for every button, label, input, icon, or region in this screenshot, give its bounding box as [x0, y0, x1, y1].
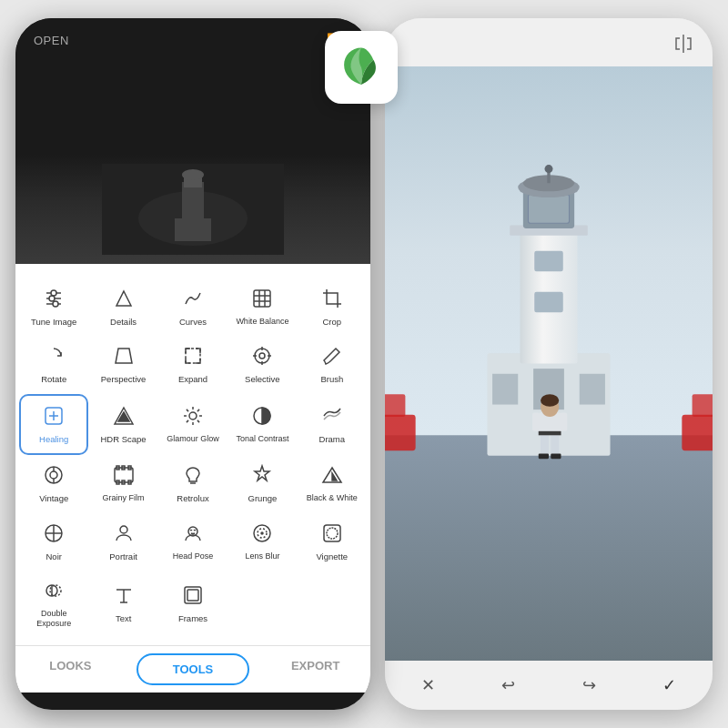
- svg-line-41: [197, 410, 199, 411]
- svg-line-40: [197, 420, 199, 422]
- svg-rect-104: [532, 413, 540, 431]
- tool-white-balance[interactable]: White Balance: [228, 278, 297, 336]
- tool-curves[interactable]: Curves: [158, 278, 228, 336]
- tool-lens-blur[interactable]: Lens Blur: [228, 513, 297, 571]
- portrait-icon: [113, 522, 135, 548]
- phone-top-bar: OPEN 📶 ℹ: [15, 18, 370, 155]
- tool-brush[interactable]: Brush: [298, 336, 367, 393]
- frames-label: Frames: [178, 613, 207, 623]
- svg-rect-78: [385, 435, 713, 661]
- confirm-button[interactable]: ✓: [662, 675, 676, 695]
- compare-icon[interactable]: [672, 33, 694, 59]
- phone-left: OPEN 📶 ℹ: [15, 18, 370, 710]
- vintage-icon: [43, 464, 65, 490]
- svg-rect-81: [682, 415, 713, 450]
- frames-icon: [182, 584, 204, 610]
- svg-rect-99: [551, 433, 559, 456]
- tool-head-pose[interactable]: Head Pose: [158, 513, 228, 571]
- tonal-contrast-label: Tonal Contrast: [236, 434, 288, 444]
- rotate-icon: [43, 345, 65, 370]
- details-icon: [113, 288, 135, 313]
- tools-grid: Tune Image Details: [15, 271, 370, 645]
- expand-icon: [182, 345, 204, 370]
- tool-details[interactable]: Details: [88, 278, 157, 336]
- tool-black-white[interactable]: Black & White: [298, 455, 367, 512]
- snapseed-logo: [337, 43, 386, 92]
- tool-vignette[interactable]: Vignette: [298, 513, 367, 571]
- crop-icon: [321, 288, 343, 313]
- tool-grainy-film[interactable]: Grainy Film: [88, 455, 157, 512]
- tools-panel: Tune Image Details: [15, 264, 370, 693]
- glamour-glow-label: Glamour Glow: [167, 434, 219, 444]
- nav-tools[interactable]: TOOLS: [136, 653, 250, 685]
- open-label[interactable]: OPEN: [34, 34, 69, 47]
- healing-icon: [43, 405, 65, 430]
- perspective-label: Perspective: [101, 374, 147, 384]
- svg-rect-105: [560, 413, 567, 431]
- tool-grunge[interactable]: Grunge: [228, 455, 297, 512]
- svg-line-39: [187, 410, 188, 411]
- curves-icon: [182, 288, 204, 313]
- bottom-nav: LOOKS TOOLS EXPORT: [15, 645, 370, 693]
- tool-double-exposure[interactable]: Double Exposure: [19, 571, 88, 638]
- text-tool-icon: [113, 584, 135, 610]
- tool-healing[interactable]: Healing: [19, 394, 88, 455]
- phone-right: ✕ ↩ ↪ ✓: [385, 18, 713, 710]
- tool-glamour-glow[interactable]: Glamour Glow: [158, 394, 228, 455]
- tool-tonal-contrast[interactable]: Tonal Contrast: [228, 394, 297, 455]
- tool-selective[interactable]: Selective: [228, 336, 297, 393]
- tool-portrait[interactable]: Portrait: [88, 513, 157, 571]
- svg-rect-75: [187, 590, 198, 601]
- tool-vintage[interactable]: Vintage: [19, 455, 88, 512]
- svg-point-11: [49, 296, 55, 301]
- lens-blur-icon: [251, 522, 273, 548]
- undo-button[interactable]: ↩: [501, 675, 515, 695]
- nav-looks[interactable]: LOOKS: [15, 646, 126, 693]
- photo-area: [385, 66, 713, 661]
- svg-point-24: [259, 353, 265, 359]
- svg-rect-16: [254, 290, 270, 307]
- tool-crop[interactable]: Crop: [298, 278, 367, 336]
- retrolux-label: Retrolux: [177, 493, 208, 503]
- tool-rotate[interactable]: Rotate: [19, 336, 88, 393]
- redo-button[interactable]: ↪: [582, 675, 596, 695]
- grainy-film-icon: [113, 464, 135, 490]
- svg-point-102: [541, 394, 559, 407]
- svg-point-61: [120, 526, 127, 533]
- svg-point-14: [53, 301, 58, 307]
- svg-marker-21: [116, 349, 132, 363]
- black-white-label: Black & White: [307, 493, 358, 503]
- double-exposure-icon: [43, 580, 65, 605]
- tool-frames[interactable]: Frames: [158, 571, 228, 638]
- svg-rect-98: [541, 433, 549, 456]
- svg-rect-103: [539, 431, 561, 436]
- hdr-scape-icon: [113, 405, 135, 430]
- tool-drama[interactable]: Drama: [298, 394, 367, 455]
- nav-export[interactable]: EXPORT: [260, 646, 370, 693]
- svg-rect-3: [175, 218, 211, 241]
- app-logo-container: [325, 31, 398, 104]
- svg-rect-85: [580, 374, 605, 405]
- right-phone-top-bar: [385, 18, 713, 66]
- svg-line-42: [187, 420, 188, 422]
- tool-retrolux[interactable]: Retrolux: [158, 455, 228, 512]
- svg-rect-88: [534, 251, 563, 272]
- tool-text[interactable]: Text: [88, 571, 157, 638]
- tool-expand[interactable]: Expand: [158, 336, 228, 393]
- tool-perspective[interactable]: Perspective: [88, 336, 157, 393]
- tonal-contrast-icon: [251, 405, 273, 430]
- right-phone-bottom-bar: ✕ ↩ ↪ ✓: [385, 661, 713, 710]
- svg-rect-89: [534, 292, 563, 313]
- crop-label: Crop: [323, 317, 342, 327]
- head-pose-label: Head Pose: [173, 551, 214, 561]
- svg-point-34: [189, 412, 197, 420]
- portrait-label: Portrait: [109, 551, 137, 561]
- cancel-button[interactable]: ✕: [421, 675, 435, 695]
- svg-rect-22: [186, 349, 200, 363]
- app-container: OPEN 📶 ℹ: [15, 18, 713, 710]
- status-bar: OPEN 📶 ℹ: [34, 33, 352, 47]
- tool-noir[interactable]: Noir: [19, 513, 88, 571]
- tune-image-icon: [43, 288, 65, 313]
- tool-hdr-scape[interactable]: HDR Scape: [88, 394, 157, 455]
- tool-tune-image[interactable]: Tune Image: [19, 278, 88, 336]
